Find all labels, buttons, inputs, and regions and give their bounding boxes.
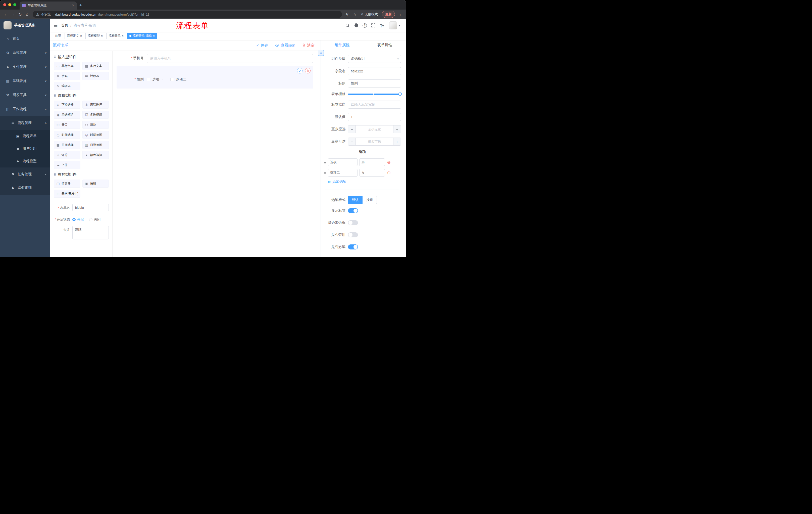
back-icon[interactable]: ← [2,11,9,18]
zoom-window-button[interactable] [13,3,16,6]
form-name-input[interactable] [72,204,109,211]
app-logo[interactable]: 芋道管理系统 [0,19,50,32]
user-avatar-menu[interactable]: ▾ [389,21,400,29]
browser-home-icon[interactable]: ⌂ [24,11,31,18]
palette-item-editor[interactable]: ✎编辑器 [54,82,80,90]
sidebar-item-payment[interactable]: ¥ 支付管理 ∨ [0,60,50,74]
form-remark-textarea[interactable]: 嘿嘿 [72,226,109,239]
palette-item-row-container[interactable]: ◫行容器 [54,180,80,188]
sidebar-item-devtools[interactable]: ⚒ 研发工具 ∨ [0,88,50,102]
palette-item-upload[interactable]: ☁上传 [54,161,80,169]
palette-item-password[interactable]: ⊠密码 [54,72,80,80]
sidebar-item-system[interactable]: ⚙ 系统管理 ∨ [0,46,50,60]
tag-process-model[interactable]: 流程模型 × [85,33,105,39]
save-button[interactable]: ✓ 保存 [256,43,268,48]
close-icon[interactable]: × [80,34,82,37]
canvas-field-phone[interactable]: *手机号 [117,54,313,63]
sidebar-item-home[interactable]: ⌂ 首页 [0,32,50,46]
palette-item-time-picker[interactable]: ◷时间选择 [54,131,80,139]
option-value-input[interactable] [359,169,385,177]
sidebar-item-task-management[interactable]: ⚑ 任务管理 ∨ [0,167,50,181]
close-icon[interactable]: × [153,34,155,37]
grid-slider[interactable] [348,92,401,96]
canvas-field-gender-selected[interactable]: *性别 选项一 选项二 [117,66,313,88]
breadcrumb-home[interactable]: 首页 [61,23,68,28]
disabled-toggle[interactable] [348,232,358,237]
link-badge-icon[interactable]: ∞ [318,50,324,56]
bookmark-star-icon[interactable]: ☆ [351,11,358,18]
copy-field-button[interactable] [297,68,302,74]
help-icon[interactable]: ? [362,23,368,28]
palette-item-date-picker[interactable]: ▦日期选择 [54,141,80,149]
close-window-button[interactable] [3,3,6,6]
not-secure-icon[interactable]: ⚠ [36,12,39,16]
clear-button[interactable]: 清空 [302,43,315,48]
remove-option-icon[interactable]: ⊖ [387,171,391,175]
palette-item-rate[interactable]: ☆评分 [54,151,80,159]
drag-handle-icon[interactable]: ≡ [324,171,326,175]
palette-item-date-range[interactable]: ▥日期范围 [82,141,109,149]
sidebar-item-workflow[interactable]: ◫ 工作流程 ∧ [0,102,50,116]
palette-item-checkbox-group[interactable]: ☑多选框组 [82,111,109,119]
font-size-icon[interactable]: TT [379,23,385,28]
component-type-select[interactable]: ▾ [348,55,401,63]
option-style-button[interactable]: 按钮 [362,196,377,204]
slider-handle[interactable] [399,92,402,96]
option-name-input[interactable] [328,158,357,166]
sidebar-item-process-form[interactable]: ▣ 流程表单 [0,130,50,142]
tag-process-form-edit[interactable]: 流程表单-编辑 × [127,33,157,39]
delete-field-button[interactable] [305,68,311,74]
palette-item-textarea[interactable]: ▤多行文本 [82,62,109,70]
palette-item-color-picker[interactable]: ◕颜色选择 [82,151,109,159]
github-icon[interactable] [353,23,359,28]
incognito-badge[interactable]: ⍨ 无痕模式 [359,12,380,17]
palette-item-select[interactable]: ⊙下拉选择 [54,101,80,109]
plus-button[interactable]: + [393,138,401,145]
minus-button[interactable]: − [348,126,356,133]
sidebar-item-process-model[interactable]: ➤ 流程模型 [0,155,50,167]
palette-item-table[interactable]: ⊞表格[开发中] [54,190,80,198]
palette-item-button[interactable]: ▣按钮 [82,180,109,188]
tag-process-definition[interactable]: 流程定义 × [64,33,84,39]
label-width-input[interactable] [348,101,401,109]
sidebar-item-process-management[interactable]: ≣ 流程管理 ∧ [0,116,50,130]
checkbox-option-1[interactable]: 选项一 [147,77,163,82]
palette-item-switch[interactable]: ⊶开关 [54,121,80,129]
browser-menu-icon[interactable]: ⋮ [397,11,404,18]
close-icon[interactable]: × [101,34,103,37]
password-key-icon[interactable]: ⚲ [344,11,350,18]
hamburger-icon[interactable]: ☰ [50,23,61,28]
palette-item-counter[interactable]: 123计数器 [82,72,109,80]
tag-home[interactable]: 首页 [53,33,63,39]
option-value-input[interactable] [359,158,385,166]
address-bar[interactable]: ⚠ 不安全 dashboard.yudao.iocoder.cn/bpm/man… [33,11,342,18]
drag-handle-icon[interactable]: ≡ [324,160,326,164]
form-canvas[interactable]: *手机号 *性别 [113,51,321,257]
search-icon[interactable] [345,23,350,28]
tag-process-form[interactable]: 流程表单 × [106,33,126,39]
minimize-window-button[interactable] [8,3,11,6]
phone-input[interactable] [147,54,313,63]
option-style-default[interactable]: 默认 [348,196,362,204]
field-name-input[interactable] [348,67,401,75]
palette-item-time-range[interactable]: ◶时间范围 [82,131,109,139]
min-select-input[interactable] [356,126,393,133]
radio-open[interactable]: 开启 [72,217,84,222]
view-json-button[interactable]: 查看json [275,43,295,48]
new-tab-button[interactable]: + [77,1,84,9]
radio-closed[interactable]: 关闭 [89,217,100,222]
fullscreen-icon[interactable] [371,23,376,28]
palette-item-single-text[interactable]: ▭单行文本 [54,62,80,70]
browser-tab[interactable]: 芋道管理系统 ✕ [20,1,77,9]
close-icon[interactable]: × [122,34,124,37]
reload-icon[interactable]: ↻ [17,11,24,18]
add-option-button[interactable]: ⊕ 添加选项 [328,180,401,184]
sidebar-item-infrastructure[interactable]: ▤ 基础设施 ∨ [0,74,50,88]
option-name-input[interactable] [328,169,357,177]
title-input[interactable] [348,79,401,87]
required-toggle[interactable] [348,244,358,249]
palette-item-slider[interactable]: ⊷滑块 [82,121,109,129]
tab-component-props[interactable]: 组件属性 [321,40,364,50]
tab-close-icon[interactable]: ✕ [72,4,75,7]
plus-button[interactable]: + [393,126,401,133]
